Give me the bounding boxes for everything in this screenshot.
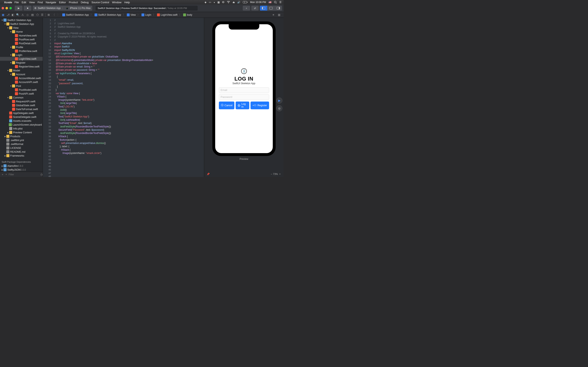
tree-node[interactable]: ▼Common [0, 96, 43, 100]
close-button[interactable] [2, 7, 4, 9]
battery-icon[interactable] [243, 1, 248, 3]
maximize-button[interactable] [9, 7, 12, 9]
tree-node[interactable]: SceneDelegate.swift [0, 115, 43, 119]
tree-node[interactable]: Assets.xcassets [0, 119, 43, 123]
tree-node[interactable]: ▼SwiftUI Skeleton App [0, 18, 43, 22]
jump-item[interactable]: LogIn [140, 13, 153, 16]
tree-node[interactable]: AccountModel.swift [0, 76, 43, 80]
tree-node[interactable]: LaunchScreen.storyboard [0, 123, 43, 127]
menu-debug[interactable]: Debug [81, 1, 89, 4]
symbol-navigator-icon[interactable]: ◧ [11, 13, 15, 17]
tree-node[interactable]: RequestAPI.swift [0, 100, 43, 103]
stop-button[interactable]: ■ [24, 6, 31, 11]
tree-node[interactable]: ▶Preview Content [0, 131, 43, 134]
live-preview-button[interactable]: ▶ [276, 98, 282, 104]
tree-node[interactable]: RegisterView.swift [0, 65, 43, 68]
eject-icon[interactable]: ⏏ [233, 1, 235, 4]
login-button[interactable]: ⏻Log In [236, 101, 249, 109]
tree-node[interactable]: ▼Model [0, 68, 43, 72]
tree-node[interactable]: ▼Register [0, 61, 43, 65]
project-navigator-icon[interactable]: ▦ [1, 13, 5, 17]
tree-node[interactable]: ▼Account [0, 72, 43, 76]
app-name[interactable]: Xcode [4, 1, 12, 4]
menu-navigate[interactable]: Navigate [46, 1, 56, 4]
jump-item[interactable]: View [126, 13, 137, 16]
jump-item[interactable]: body [182, 13, 193, 16]
menu-find[interactable]: Find [38, 1, 43, 4]
source-control-navigator-icon[interactable]: ⎇ [6, 13, 10, 17]
tree-node[interactable]: ▶Frameworks [0, 154, 43, 158]
menu-editor[interactable]: Editor [59, 1, 66, 4]
code-content[interactable]: //// LogInView.swift// SwiftUI Skeleton … [53, 18, 204, 177]
activity-viewer[interactable]: SwiftUI Skeleton App | Preview SwiftUI S… [95, 6, 198, 11]
pin-preview-icon[interactable]: 📌 [207, 173, 210, 175]
version-editor-button[interactable] [275, 6, 282, 11]
tree-node[interactable]: README.md [0, 150, 43, 154]
tree-node[interactable]: .swiftformat [0, 142, 43, 146]
tree-node[interactable]: .swiftlint.yml [0, 138, 43, 142]
file-tree[interactable]: ▼SwiftUI Skeleton App▼SwiftUI Skeleton A… [0, 18, 43, 159]
tree-node[interactable]: AccountAPI.swift [0, 80, 43, 84]
email-field[interactable]: Email [219, 87, 269, 93]
tree-node[interactable]: Info.plist [0, 127, 43, 131]
password-field[interactable]: Password [219, 94, 269, 100]
dropbox-icon[interactable]: ⬧ [214, 1, 215, 4]
menu-edit[interactable]: Edit [22, 1, 26, 4]
clock-icon[interactable]: ◷ [40, 173, 43, 176]
add-icon[interactable]: ＋ [1, 173, 4, 176]
keyboard-icon[interactable]: ▦ [217, 1, 220, 4]
preview-settings-button[interactable]: ◎ [276, 105, 282, 111]
tree-node[interactable]: ▼LogIn [0, 53, 43, 57]
tree-node[interactable]: ▼Profile [0, 45, 43, 49]
zoom-out-button[interactable]: − [271, 173, 272, 175]
tree-node[interactable]: ▶Products [0, 134, 43, 138]
menu-view[interactable]: View [29, 1, 35, 4]
report-navigator-icon[interactable]: ☰ [40, 13, 44, 17]
test-navigator-icon[interactable]: ◇ [25, 13, 30, 17]
run-button[interactable]: ▶ [15, 6, 22, 11]
tree-node[interactable]: PostDetail.swift [0, 42, 43, 45]
code-review-button[interactable]: ⇄ [251, 6, 259, 11]
tree-node[interactable]: HomeView.swift [0, 34, 43, 38]
menu-help[interactable]: Help [124, 1, 130, 4]
tree-node[interactable]: ▼View [0, 26, 43, 30]
cancel-button[interactable]: ⓧCancel [219, 101, 234, 109]
menu-source-control[interactable]: Source Control [91, 1, 109, 4]
jump-item[interactable]: SwiftUI Skeleton App [61, 13, 90, 16]
tree-node[interactable]: ▼Home [0, 30, 43, 34]
scheme-selector[interactable]: ⚙ SwiftUI Skeleton App 〉 📱 iPhone 11 Pro… [33, 6, 92, 11]
screen-icon[interactable]: ▭ [209, 1, 211, 4]
control-center-icon[interactable]: ☰ [279, 1, 282, 4]
standard-editor-button[interactable] [260, 6, 267, 11]
code-editor[interactable]: 1234567891011121314151617181920212223242… [43, 18, 204, 177]
library-button[interactable]: ＋ [243, 6, 250, 11]
tree-node[interactable]: PostModel.swift [0, 88, 43, 92]
assistant-editor-button[interactable] [267, 6, 275, 11]
tree-node[interactable]: ProfileView.swift [0, 49, 43, 53]
spotlight-icon[interactable] [274, 1, 277, 4]
tree-node[interactable]: GlobalState.swift [0, 103, 43, 107]
related-items-icon[interactable]: ⊞ [46, 13, 51, 17]
dependency-item[interactable]: ▶Alamofire 4.9.0 [0, 164, 43, 168]
tree-node[interactable]: ▼SwiftUI Skeleton App [0, 22, 43, 26]
tree-node[interactable]: LICENSE [0, 146, 43, 150]
jump-item[interactable]: LogInView.swift [156, 13, 179, 16]
debug-navigator-icon[interactable]: ▤ [30, 13, 35, 17]
tree-node[interactable]: ▼Post [0, 84, 43, 88]
jump-item[interactable]: SwiftUI Skeleton App [93, 13, 122, 16]
volume-icon[interactable]: 🔊 [237, 1, 240, 4]
issue-navigator-icon[interactable]: ⚠ [20, 13, 25, 17]
back-button[interactable]: 〈 [51, 13, 56, 17]
zoom-level[interactable]: 73% [273, 173, 278, 175]
filter-input[interactable] [9, 173, 39, 176]
menu-file[interactable]: File [15, 1, 19, 4]
dependency-item[interactable]: ▶SwiftyJSON 5.0.0 [0, 168, 43, 172]
zoom-in-button[interactable]: ＋ [279, 172, 281, 176]
minimize-button[interactable] [6, 7, 8, 9]
wifi-icon[interactable] [227, 1, 230, 3]
find-navigator-icon[interactable]: 🔍 [16, 13, 20, 17]
tree-node[interactable]: AppDelegate.swift [0, 111, 43, 115]
glasses-icon[interactable]: ⴱ [222, 1, 224, 4]
adjust-editor-icon[interactable]: ▥ [277, 13, 282, 17]
clock[interactable]: Mon 10:06 PM [250, 1, 266, 4]
